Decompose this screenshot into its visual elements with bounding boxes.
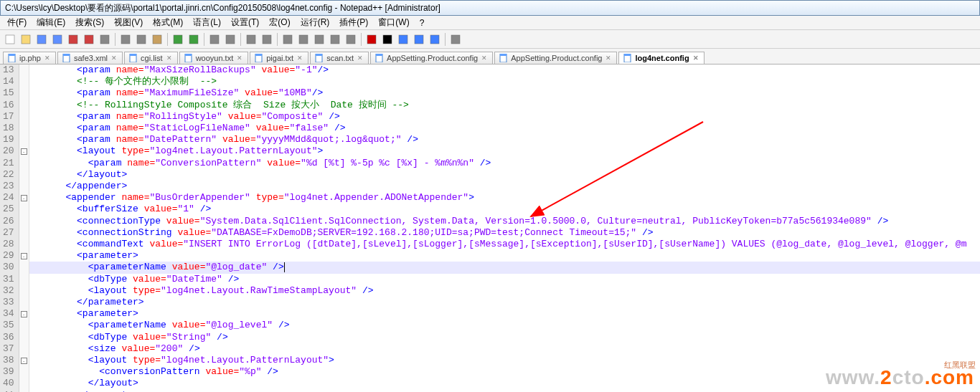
code-line[interactable]: <connectionString value="DATABASE=FxDemo… <box>32 227 980 239</box>
code-line[interactable]: </parameter> <box>32 297 980 308</box>
tab-AppSetting-Product-config[interactable]: AppSetting.Product.config✕ <box>494 52 617 64</box>
toolbar-sync-icon[interactable] <box>281 32 295 47</box>
toolbar-compare-icon[interactable] <box>448 32 463 47</box>
toolbar-close-all-icon[interactable] <box>82 32 96 47</box>
code-line[interactable]: <!-- 每个文件的大小限制 --> <box>32 76 980 87</box>
fold-marker <box>19 343 29 355</box>
code-line[interactable]: <dbType value="DateTime" /> <box>32 274 980 285</box>
menu-edit[interactable]: 编辑(E) <box>32 16 70 29</box>
toolbar-indent-icon[interactable] <box>328 32 342 47</box>
fold-marker[interactable]: - <box>19 250 29 262</box>
tab-cgi-list[interactable]: cgi.list✕ <box>124 52 178 64</box>
tab-close-icon[interactable]: ✕ <box>166 54 173 62</box>
tab-close-icon[interactable]: ✕ <box>110 54 118 62</box>
menu-help[interactable]: ? <box>415 17 429 29</box>
menu-bar: 件(F) 编辑(E) 搜索(S) 视图(V) 格式(M) 语言(L) 设置(T)… <box>0 16 980 30</box>
menu-macro[interactable]: 宏(O) <box>265 16 294 29</box>
code-line[interactable]: <param name="DatePattern" value="yyyyMMd… <box>32 134 980 145</box>
toolbar-chars-icon[interactable] <box>312 32 326 47</box>
toolbar-open-icon[interactable] <box>19 32 33 47</box>
toolbar-macro-play-multi-icon[interactable] <box>412 32 426 47</box>
code-line[interactable]: </layout> <box>32 169 980 181</box>
toolbar-wrap-icon[interactable] <box>296 32 311 47</box>
code-line[interactable]: <size value="200" /> <box>32 343 980 355</box>
tab-wooyun-txt[interactable]: wooyun.txt✕ <box>179 52 249 64</box>
tab-label: scan.txt <box>326 54 354 62</box>
code-line[interactable]: <appender name="BusOrderAppender" type="… <box>32 192 980 204</box>
menu-format[interactable]: 格式(M) <box>149 16 187 29</box>
svg-rect-14 <box>247 35 255 44</box>
code-line[interactable]: <dbType value="String" /> <box>32 332 980 343</box>
menu-plugins[interactable]: 插件(P) <box>335 16 372 29</box>
tab-pigai-txt[interactable]: pigai.txt✕ <box>250 52 308 64</box>
fold-marker[interactable]: - <box>19 308 29 320</box>
toolbar-macro-play-icon[interactable] <box>396 32 410 47</box>
menu-window[interactable]: 窗口(W) <box>374 16 413 29</box>
code-line[interactable]: <commandText value="INSERT INTO ErrorLog… <box>32 239 980 250</box>
tab-close-icon[interactable]: ✕ <box>236 54 243 62</box>
toolbar-copy-icon[interactable] <box>134 32 149 47</box>
code-line[interactable]: <parameterName value="@log_level" /> <box>32 320 980 331</box>
toolbar-undo-icon[interactable] <box>171 32 185 47</box>
code-content[interactable]: <param name="MaxSizeRollBackups" value="… <box>29 64 980 392</box>
code-line[interactable]: </appender> <box>32 181 980 192</box>
toolbar-save-icon[interactable] <box>34 32 49 47</box>
tab-close-icon[interactable]: ✕ <box>44 54 51 62</box>
toolbar-print-icon[interactable] <box>98 32 112 47</box>
toolbar-zoom-in-icon[interactable] <box>244 32 258 47</box>
toolbar-macro-stop-icon[interactable] <box>380 32 395 47</box>
fold-marker[interactable]: - <box>19 192 29 204</box>
toolbar-macro-save-icon[interactable] <box>428 32 442 47</box>
tab-close-icon[interactable]: ✕ <box>605 54 612 62</box>
code-line[interactable]: <layout type="log4net.Layout.PatternLayo… <box>32 145 980 157</box>
toolbar-redo-icon[interactable] <box>187 32 201 47</box>
menu-settings[interactable]: 设置(T) <box>227 16 263 29</box>
code-line[interactable]: <param name="ConversionPattern" value="%… <box>32 158 980 169</box>
tab-close-icon[interactable]: ✕ <box>357 54 364 62</box>
toolbar-separator <box>167 33 168 46</box>
menu-search[interactable]: 搜索(S) <box>71 16 108 29</box>
svg-rect-0 <box>6 35 14 44</box>
code-line[interactable]: <param name="StaticLogFileName" value="f… <box>32 123 980 134</box>
fold-marker[interactable]: - <box>19 145 29 157</box>
tab-ip-php[interactable]: ip.php✕ <box>3 52 56 64</box>
toolbar-new-icon[interactable] <box>3 32 17 47</box>
toolbar-paste-icon[interactable] <box>150 32 164 47</box>
toolbar-find-icon[interactable] <box>207 32 222 47</box>
fold-marker[interactable]: - <box>19 355 29 366</box>
line-number: 17 <box>3 111 14 123</box>
tab-log4net-config[interactable]: log4net.config✕ <box>618 52 704 64</box>
code-line[interactable]: <param name="RollingStyle" value="Compos… <box>32 111 980 123</box>
tab-close-icon[interactable]: ✕ <box>296 54 303 62</box>
line-number: 25 <box>3 204 14 215</box>
toolbar-zoom-out-icon[interactable] <box>260 32 274 47</box>
tab-close-icon[interactable]: ✕ <box>692 54 699 62</box>
code-line[interactable]: <param name="MaxSizeRollBackups" value="… <box>32 64 980 76</box>
toolbar-lang-icon[interactable] <box>344 32 358 47</box>
editor-area[interactable]: 1314151617181920212223242526272829303132… <box>0 64 980 392</box>
menu-view[interactable]: 视图(V) <box>110 16 147 29</box>
tab-close-icon[interactable]: ✕ <box>481 54 488 62</box>
code-line[interactable]: <bufferSize value="1" /> <box>32 204 980 215</box>
code-line[interactable]: <parameter> <box>32 250 980 262</box>
menu-run[interactable]: 运行(R) <box>296 16 334 29</box>
code-line[interactable]: <parameterName value="@log_date" /> <box>32 262 980 273</box>
code-line[interactable]: <connectionType value="System.Data.SqlCl… <box>32 216 980 227</box>
code-line[interactable]: <param name="MaximumFileSize" value="10M… <box>32 87 980 99</box>
toolbar-cut-icon[interactable] <box>118 32 133 47</box>
code-line[interactable]: <parameter> <box>32 308 980 320</box>
tab-scan-txt[interactable]: scan.txt✕ <box>310 52 369 64</box>
svg-rect-7 <box>121 35 130 44</box>
menu-language[interactable]: 语言(L) <box>189 16 225 29</box>
toolbar-save-all-icon[interactable] <box>50 32 65 47</box>
tab-AppSetting-Product-config[interactable]: AppSetting.Product.config✕ <box>370 52 493 64</box>
toolbar-macro-rec-icon[interactable] <box>364 32 379 47</box>
code-line[interactable]: <layout type="log4net.Layout.RawTimeStam… <box>32 285 980 297</box>
code-line[interactable]: <layout type="log4net.Layout.PatternLayo… <box>32 355 980 366</box>
menu-file[interactable]: 件(F) <box>3 16 31 29</box>
toolbar-close-icon[interactable] <box>66 32 80 47</box>
toolbar-replace-icon[interactable] <box>223 32 237 47</box>
tab-safe3-xml[interactable]: safe3.xml✕ <box>57 52 123 64</box>
watermark-cto: cto <box>892 366 925 388</box>
code-line[interactable]: <!-- RollingStyle Composite 综合 Size 按大小 … <box>32 100 980 111</box>
